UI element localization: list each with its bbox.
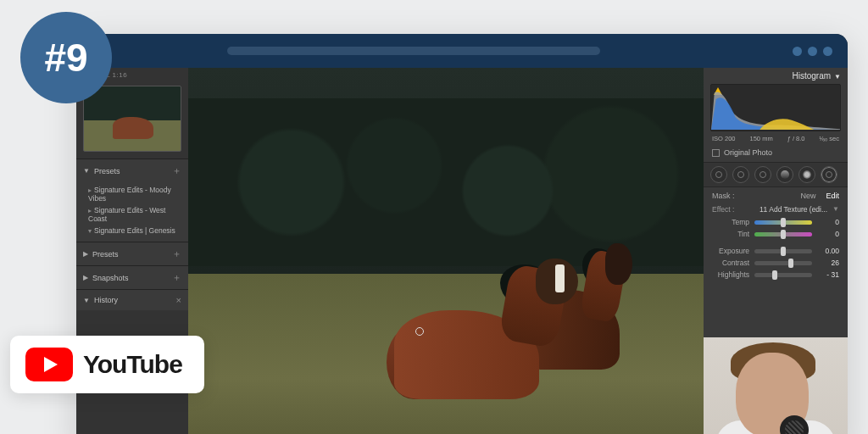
chevron-right-icon: ▸ <box>88 207 92 214</box>
youtube-label: YouTube <box>83 350 182 379</box>
histogram[interactable] <box>710 84 841 131</box>
section-label: Snapshots <box>92 274 129 282</box>
focal-readout: 150 mm <box>750 135 773 142</box>
rank-label: #9 <box>44 35 87 81</box>
slider-temp[interactable]: Temp 0 <box>704 216 848 228</box>
window-dot[interactable] <box>808 47 817 56</box>
chevron-down-icon: ▼ <box>832 205 839 214</box>
original-label: Original Photo <box>724 148 772 157</box>
add-icon[interactable]: ＋ <box>172 164 181 177</box>
histogram-meta: ISO 200 150 mm ƒ / 8.0 ¹⁄₆₀ sec <box>704 135 848 146</box>
histogram-graph <box>711 85 840 130</box>
slider-exposure[interactable]: Exposure 0.00 <box>704 245 848 257</box>
chevron-right-icon: ▶ <box>83 274 88 281</box>
mask-edit[interactable]: Edit <box>826 192 839 200</box>
slider-contrast[interactable]: Contrast 26 <box>704 257 848 269</box>
slider-highlights[interactable]: Highlights - 31 <box>704 269 848 281</box>
window-dot[interactable] <box>793 47 802 56</box>
rank-badge: #9 <box>20 12 112 103</box>
preset-item[interactable]: ▸Signature Edits - Moody Vibes <box>88 184 185 204</box>
slider-knob[interactable] <box>781 230 786 239</box>
iso-readout: ISO 200 <box>712 135 736 142</box>
original-photo-toggle[interactable]: Original Photo <box>704 146 848 162</box>
window-dot[interactable] <box>823 47 832 56</box>
mask-new[interactable]: New <box>800 192 815 200</box>
chevron-down-icon: ▼ <box>83 297 90 304</box>
photo-horse-front <box>394 259 590 411</box>
tool-brush[interactable] <box>821 166 837 183</box>
mask-row: Mask : New Edit <box>704 187 848 203</box>
tool-spot[interactable] <box>732 166 749 183</box>
section-presets-open[interactable]: ▼ Presets ＋ <box>76 159 188 182</box>
shutter-readout: ¹⁄₆₀ sec <box>819 135 839 142</box>
section-label: History <box>94 296 118 304</box>
preset-item[interactable]: ▸Signature Edits - West Coast <box>88 204 185 225</box>
chevron-down-icon: ▼ <box>834 73 841 81</box>
stage: FIT FILL 1:16 ▼ Presets ＋ ▸Signature Edi… <box>0 0 868 434</box>
aperture-readout: ƒ / 8.0 <box>787 135 805 142</box>
section-presets[interactable]: ▶ Presets ＋ <box>76 242 188 265</box>
add-icon[interactable]: ＋ <box>172 271 181 284</box>
right-panel: Histogram▼ ISO 200 150 mm ƒ / 8.0 ¹⁄₆₀ s… <box>704 68 848 434</box>
tool-radial[interactable] <box>798 166 815 183</box>
chevron-right-icon: ▶ <box>83 250 88 258</box>
slider-knob[interactable] <box>772 270 777 280</box>
tool-redeye[interactable] <box>754 166 771 183</box>
histogram-header[interactable]: Histogram▼ <box>704 68 848 82</box>
section-label: Presets <box>92 250 119 259</box>
chevron-right-icon: ▸ <box>88 186 92 194</box>
preset-list: ▸Signature Edits - Moody Vibes ▸Signatur… <box>76 182 188 242</box>
slider-tint[interactable]: Tint 0 <box>704 228 848 240</box>
window-titlebar <box>76 34 848 68</box>
tool-crop[interactable] <box>710 166 727 183</box>
effect-label: Effect : <box>712 205 734 214</box>
section-label: Presets <box>94 167 120 175</box>
tool-gradient[interactable] <box>776 166 793 183</box>
navigator-thumbnail[interactable] <box>83 86 181 152</box>
tool-strip <box>704 162 848 187</box>
chevron-down-icon: ▼ <box>83 167 90 175</box>
effect-row[interactable]: Effect : 11 Add Texture (edi... ▼ <box>704 203 848 216</box>
address-bar[interactable] <box>227 47 600 55</box>
image-canvas[interactable] <box>188 68 704 434</box>
slider-knob[interactable] <box>781 247 786 256</box>
preset-item[interactable]: ▾Signature Edits | Genesis <box>88 225 185 236</box>
close-icon[interactable]: × <box>176 295 181 305</box>
effect-value: 11 Add Texture (edi... <box>760 205 827 214</box>
youtube-icon <box>25 348 73 381</box>
checkbox-icon <box>712 149 720 157</box>
section-history[interactable]: ▼ History × <box>76 289 188 310</box>
photo <box>188 68 704 434</box>
brush-cursor-icon <box>415 327 424 336</box>
section-snapshots[interactable]: ▶ Snapshots ＋ <box>76 265 188 289</box>
youtube-chip[interactable]: YouTube <box>10 336 204 393</box>
slider-knob[interactable] <box>788 259 793 268</box>
mask-label: Mask : <box>712 192 735 200</box>
add-icon[interactable]: ＋ <box>172 248 181 260</box>
presenter-webcam <box>704 337 848 434</box>
slider-knob[interactable] <box>781 218 786 227</box>
photo-trees <box>188 98 704 266</box>
window-controls <box>793 47 832 56</box>
chevron-down-icon: ▾ <box>88 227 92 235</box>
